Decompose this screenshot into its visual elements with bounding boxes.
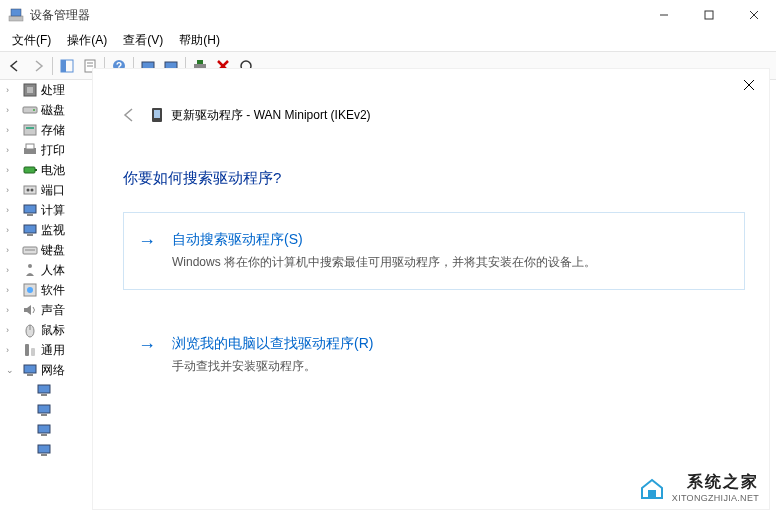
watermark-cn: 系统之家 (672, 472, 759, 493)
expand-icon[interactable]: › (6, 285, 16, 295)
tree-item-label: 鼠标 (41, 322, 65, 339)
menu-action[interactable]: 操作(A) (59, 30, 115, 51)
menu-help[interactable]: 帮助(H) (171, 30, 228, 51)
svg-rect-29 (35, 169, 37, 171)
expand-icon[interactable]: › (6, 145, 16, 155)
auto-search-option[interactable]: → 自动搜索驱动程序(S) Windows 将在你的计算机中搜索最佳可用驱动程序… (123, 212, 745, 290)
tree-item-label: 电池 (41, 162, 65, 179)
tree-item[interactable] (0, 440, 90, 460)
expand-icon[interactable]: › (6, 125, 16, 135)
option-title: 浏览我的电脑以查找驱动程序(R) (172, 335, 728, 353)
menu-file[interactable]: 文件(F) (4, 30, 59, 51)
tree-item[interactable]: ›打印 (0, 140, 90, 160)
svg-rect-27 (26, 144, 34, 149)
tree-item[interactable]: ›声音 (0, 300, 90, 320)
svg-rect-49 (41, 394, 47, 396)
tree-item-label: 键盘 (41, 242, 65, 259)
update-driver-dialog: 更新驱动程序 - WAN Miniport (IKEv2) 你要如何搜索驱动程序… (92, 68, 770, 510)
watermark-url: XITONGZHIJIA.NET (672, 493, 759, 503)
svg-rect-50 (38, 405, 50, 413)
back-button[interactable] (4, 55, 26, 77)
browse-computer-option[interactable]: → 浏览我的电脑以查找驱动程序(R) 手动查找并安装驱动程序。 (123, 330, 745, 380)
expand-icon[interactable]: › (6, 305, 16, 315)
dialog-close-button[interactable] (739, 75, 759, 95)
device-category-icon (22, 262, 38, 278)
option-desc: Windows 将在你的计算机中搜索最佳可用驱动程序，并将其安装在你的设备上。 (172, 253, 728, 271)
svg-rect-55 (41, 454, 47, 456)
dialog-title: 更新驱动程序 - WAN Miniport (IKEv2) (149, 107, 371, 124)
tree-item[interactable] (0, 380, 90, 400)
tree-item-label: 人体 (41, 262, 65, 279)
tree-item[interactable]: ›键盘 (0, 240, 90, 260)
svg-rect-46 (24, 365, 36, 373)
option-title: 自动搜索驱动程序(S) (172, 231, 728, 249)
tree-item[interactable]: ›计算 (0, 200, 90, 220)
svg-rect-33 (24, 205, 36, 213)
tree-item[interactable] (0, 400, 90, 420)
device-category-icon (22, 142, 38, 158)
menubar: 文件(F) 操作(A) 查看(V) 帮助(H) (0, 30, 776, 52)
device-category-icon (22, 282, 38, 298)
tree-item[interactable] (0, 420, 90, 440)
option-content: 自动搜索驱动程序(S) Windows 将在你的计算机中搜索最佳可用驱动程序，并… (172, 231, 728, 271)
arrow-right-icon: → (138, 231, 158, 271)
expand-icon[interactable]: › (6, 245, 16, 255)
svg-rect-53 (41, 434, 47, 436)
option-desc: 手动查找并安装驱动程序。 (172, 357, 728, 375)
tree-item[interactable]: ›通用 (0, 340, 90, 360)
device-category-icon (22, 202, 38, 218)
tree-item[interactable]: ›鼠标 (0, 320, 90, 340)
dialog-title-text: 更新驱动程序 - WAN Miniport (IKEv2) (171, 107, 371, 124)
app-icon (8, 7, 24, 23)
svg-rect-45 (31, 348, 35, 356)
dialog-header: 更新驱动程序 - WAN Miniport (IKEv2) (119, 105, 769, 125)
window-controls (641, 0, 776, 30)
tree-item-label: 网络 (41, 362, 65, 379)
watermark: 系统之家 XITONGZHIJIA.NET (638, 472, 759, 503)
network-adapter-icon (36, 382, 52, 398)
window-title: 设备管理器 (30, 7, 641, 24)
tree-item[interactable]: ›电池 (0, 160, 90, 180)
expand-icon[interactable]: › (6, 225, 16, 235)
expand-icon[interactable]: › (6, 85, 16, 95)
tree-item[interactable]: ⌄网络 (0, 360, 90, 380)
show-hide-button[interactable] (56, 55, 78, 77)
device-category-icon (22, 122, 38, 138)
tree-item-label: 声音 (41, 302, 65, 319)
svg-rect-1 (11, 9, 21, 16)
tree-item[interactable]: ›处理 (0, 80, 90, 100)
tree-item[interactable]: ›存储 (0, 120, 90, 140)
device-category-icon (22, 102, 38, 118)
device-category-icon (22, 362, 38, 378)
tree-item[interactable]: ›软件 (0, 280, 90, 300)
expand-icon[interactable]: › (6, 105, 16, 115)
svg-point-23 (33, 109, 35, 111)
tree-item[interactable]: ›人体 (0, 260, 90, 280)
svg-rect-51 (41, 414, 47, 416)
expand-icon[interactable]: › (6, 345, 16, 355)
forward-button[interactable] (27, 55, 49, 77)
tree-item[interactable]: ›磁盘 (0, 100, 90, 120)
dialog-back-icon[interactable] (119, 105, 139, 125)
tree-item-label: 通用 (41, 342, 65, 359)
svg-rect-60 (648, 490, 656, 498)
expand-icon[interactable]: › (6, 165, 16, 175)
expand-icon[interactable]: › (6, 185, 16, 195)
close-button[interactable] (731, 0, 776, 30)
device-category-icon (22, 162, 38, 178)
expand-icon[interactable]: ⌄ (6, 365, 16, 375)
svg-rect-44 (25, 344, 29, 356)
menu-view[interactable]: 查看(V) (115, 30, 171, 51)
expand-icon[interactable]: › (6, 325, 16, 335)
expand-icon[interactable]: › (6, 205, 16, 215)
svg-rect-7 (61, 60, 66, 72)
tree-item-label: 监视 (41, 222, 65, 239)
svg-point-31 (27, 189, 30, 192)
minimize-button[interactable] (641, 0, 686, 30)
expand-icon[interactable]: › (6, 265, 16, 275)
tree-item[interactable]: ›监视 (0, 220, 90, 240)
device-category-icon (22, 342, 38, 358)
maximize-button[interactable] (686, 0, 731, 30)
tree-item-label: 处理 (41, 82, 65, 99)
tree-item[interactable]: ›端口 (0, 180, 90, 200)
